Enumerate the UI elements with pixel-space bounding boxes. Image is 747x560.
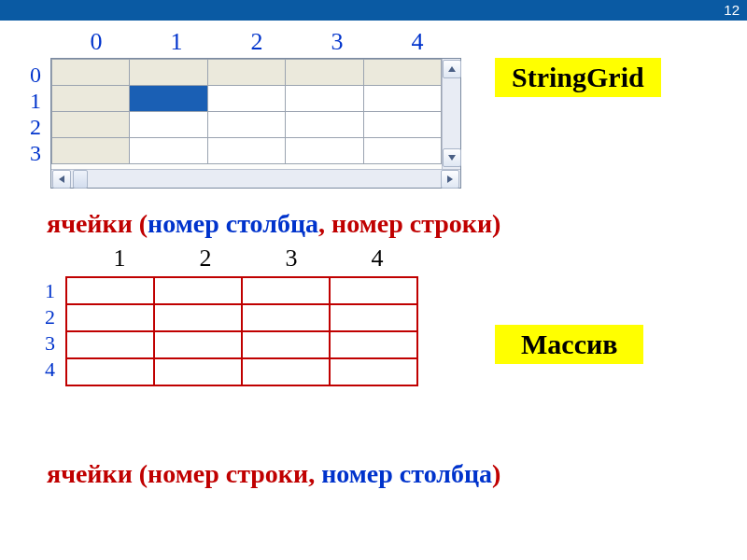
- row-label: 1: [30, 88, 41, 114]
- cell[interactable]: [52, 112, 130, 138]
- cell[interactable]: [207, 112, 285, 138]
- col-label: 1: [136, 28, 217, 56]
- cell[interactable]: [286, 86, 363, 112]
- caption-text: номер строки: [331, 209, 492, 238]
- cell: [242, 331, 330, 358]
- cell: [66, 331, 154, 358]
- cell[interactable]: [130, 112, 207, 138]
- row-label: 3: [30, 140, 41, 166]
- cell: [154, 304, 242, 331]
- cell[interactable]: [52, 138, 130, 164]
- col-label: 1: [77, 245, 162, 273]
- cell[interactable]: [52, 60, 130, 86]
- header-bar: 12: [0, 0, 747, 21]
- scrollbar-thumb[interactable]: [73, 170, 88, 189]
- cell: [66, 277, 154, 304]
- stringgrid-row-labels: 0 1 2 3: [30, 62, 41, 166]
- array-table-wrap: [65, 276, 418, 386]
- row-label: 0: [30, 62, 41, 88]
- col-label: 0: [56, 28, 136, 56]
- col-label: 2: [162, 245, 248, 273]
- vertical-scrollbar[interactable]: [442, 59, 460, 169]
- cell[interactable]: [130, 138, 207, 164]
- scroll-down-button[interactable]: [443, 148, 461, 167]
- array-table: [65, 276, 418, 386]
- cell[interactable]: [52, 86, 130, 112]
- array-row-labels: 1 2 3 4: [45, 278, 55, 383]
- stringgrid-col-labels: 0 1 2 3 4: [56, 28, 458, 56]
- chevron-right-icon: [447, 175, 453, 183]
- chevron-up-icon: [448, 66, 456, 72]
- caption-text: ,: [308, 459, 321, 488]
- array-col-labels: 1 2 3 4: [77, 245, 420, 273]
- cell: [330, 277, 417, 304]
- array-label: Массив: [495, 325, 643, 364]
- cell: [154, 358, 242, 385]
- row-label: 3: [45, 330, 55, 357]
- col-label: 2: [217, 28, 297, 56]
- cell: [66, 304, 154, 331]
- cell-selected[interactable]: [130, 86, 207, 112]
- stringgrid-control[interactable]: [50, 58, 461, 189]
- cell[interactable]: [363, 60, 441, 86]
- cell[interactable]: [363, 112, 441, 138]
- caption-text: ,: [318, 209, 331, 238]
- chevron-down-icon: [448, 155, 456, 161]
- scroll-left-button[interactable]: [52, 170, 71, 189]
- row-label: 1: [45, 278, 55, 304]
- caption-array: ячейки (номер строки, номер столбца): [47, 459, 500, 489]
- cell[interactable]: [207, 138, 285, 164]
- col-label: 4: [377, 28, 458, 56]
- caption-text: ): [492, 459, 500, 488]
- caption-text: ячейки (: [47, 209, 148, 238]
- stringgrid-body[interactable]: [51, 59, 442, 167]
- col-label: 3: [248, 245, 334, 273]
- caption-text: ячейки (: [47, 459, 148, 488]
- cell: [242, 277, 330, 304]
- caption-text: номер столбца: [321, 459, 492, 488]
- cell: [330, 331, 417, 358]
- cell[interactable]: [363, 138, 441, 164]
- col-label: 4: [334, 245, 420, 273]
- cell[interactable]: [363, 86, 441, 112]
- caption-text: номер строки: [148, 459, 308, 488]
- col-label: 3: [297, 28, 377, 56]
- caption-text: ): [492, 209, 500, 238]
- cell[interactable]: [207, 60, 285, 86]
- cell: [242, 358, 330, 385]
- chevron-left-icon: [59, 175, 64, 183]
- row-label: 2: [30, 114, 41, 140]
- cell: [154, 277, 242, 304]
- page-number: 12: [724, 0, 740, 21]
- cell[interactable]: [286, 112, 363, 138]
- horizontal-scrollbar[interactable]: [51, 169, 460, 188]
- caption-text: номер столбца: [148, 209, 318, 238]
- cell: [330, 358, 417, 385]
- scroll-right-button[interactable]: [441, 170, 459, 189]
- stringgrid-label: StringGrid: [495, 58, 661, 97]
- cell[interactable]: [207, 86, 285, 112]
- cell: [330, 304, 417, 331]
- row-label: 2: [45, 304, 55, 330]
- cell[interactable]: [130, 60, 207, 86]
- cell: [242, 304, 330, 331]
- cell: [66, 358, 154, 385]
- cell: [154, 331, 242, 358]
- cell[interactable]: [286, 138, 363, 164]
- scroll-up-button[interactable]: [443, 60, 461, 78]
- row-label: 4: [45, 357, 55, 383]
- stringgrid-table: [51, 59, 442, 164]
- caption-stringgrid: ячейки (номер столбца, номер строки): [47, 209, 500, 239]
- cell[interactable]: [286, 60, 363, 86]
